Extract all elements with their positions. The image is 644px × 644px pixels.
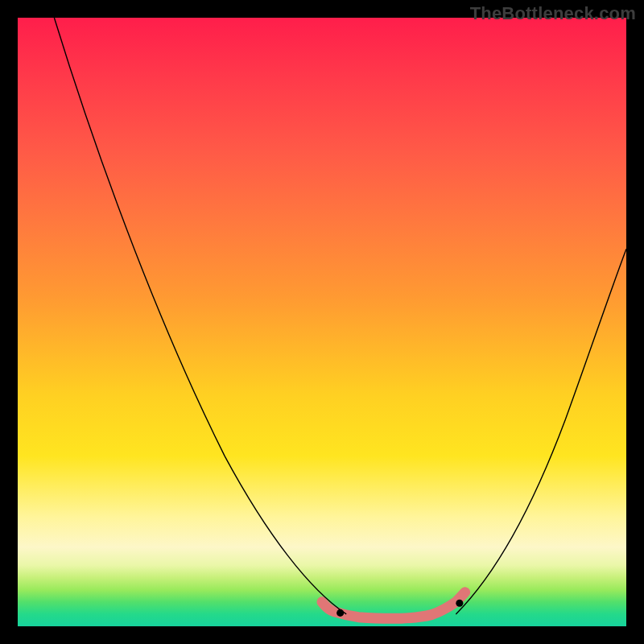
- plot-area: [18, 18, 626, 626]
- band-end-dot-right: [456, 600, 463, 607]
- chart-overlay-svg: [18, 18, 626, 626]
- curve-left: [54, 18, 346, 614]
- band-end-dot-left: [336, 609, 344, 617]
- curve-right: [456, 249, 626, 614]
- watermark-text: TheBottleneck.com: [470, 3, 636, 24]
- chart-frame: TheBottleneck.com: [0, 0, 644, 644]
